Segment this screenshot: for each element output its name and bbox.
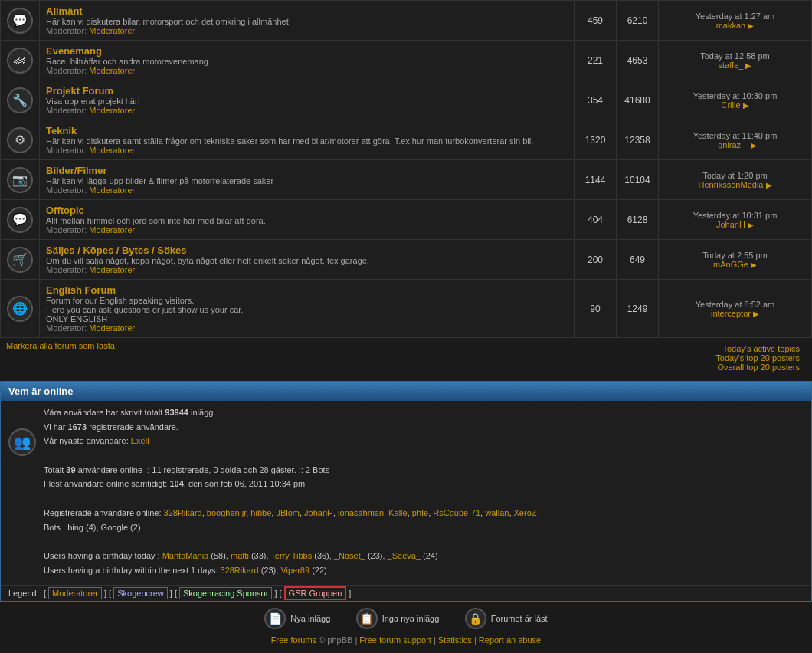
forum-mod: Moderator: Moderatorer (46, 265, 568, 274)
lastpost-cell: Yesterday at 10:30 pm Crille ▶ (659, 80, 812, 120)
legend-bar: Legend : [ Moderatorer ] [ Skogencrew ] … (1, 585, 811, 601)
bday-user-link[interactable]: matti (231, 551, 249, 560)
forum-icon-cell: 🔧 (1, 80, 40, 120)
forum-icon-cell: 📷 (1, 160, 40, 200)
locked-label: Forumet är låst (491, 614, 548, 623)
free-support-link[interactable]: Free forum support (359, 635, 431, 645)
stats-links: Today's active topics Today's top 20 pos… (709, 341, 806, 375)
report-link[interactable]: Report an abuse (479, 635, 541, 645)
no-new-posts-group: 📋 Inga nya inlägg (356, 608, 440, 629)
moderator-link[interactable]: Moderatorer (89, 265, 135, 274)
forum-mod: Moderator: Moderatorer (46, 323, 568, 333)
lastpost-cell: Yesterday at 1:27 am makkan ▶ (659, 1, 812, 41)
moderator-link[interactable]: Moderatorer (89, 146, 135, 155)
moderator-link[interactable]: Moderatorer (89, 26, 135, 35)
lastpost-user-link[interactable]: mAnGGe (713, 260, 748, 269)
forum-info-cell: Allmänt Här kan vi diskutera bilar, moto… (40, 1, 575, 41)
footer-icons: 📄 Nya inlägg 📋 Inga nya inlägg 🔒 Forumet… (0, 602, 812, 632)
lastpost-user-link[interactable]: staffe_ (719, 61, 744, 70)
lastpost-user-link[interactable]: HenrikssonMedia (698, 180, 763, 189)
user-link[interactable]: jonasahman (338, 508, 384, 517)
user-link[interactable]: JBlom (276, 508, 300, 517)
forum-name: Allmänt (46, 5, 568, 17)
forum-link[interactable]: Offtopic (46, 205, 84, 216)
legend-label: Legend : (8, 589, 41, 598)
user-link[interactable]: XeroZ (514, 508, 537, 517)
lastpost-cell: Yesterday at 8:52 am interceptor ▶ (659, 280, 812, 338)
forum-name: Teknik (46, 125, 568, 136)
forum-link[interactable]: English Forum (46, 284, 116, 296)
forum-icon-cell: 🏎 (1, 41, 40, 80)
bday-user-link[interactable]: _Seeva_ (388, 551, 421, 560)
posts-count: 404 (575, 200, 617, 240)
statistics-link[interactable]: Statistics (438, 635, 472, 645)
user-link[interactable]: hibbe (250, 508, 271, 517)
forum-info-cell: Projekt Forum Visa upp erat projekt här!… (40, 80, 575, 120)
lastpost-cell: Today at 2:55 pm mAnGGe ▶ (659, 240, 812, 280)
bday-next-user-link[interactable]: Viper89 (280, 566, 309, 575)
legend-skogencrew: Skogencrew (113, 587, 168, 599)
forum-icon: 💬 (7, 207, 33, 233)
forum-row: 🛒 Säljes / Köpes / Bytes / Sökes Om du v… (1, 240, 812, 280)
user-link[interactable]: JohanH (304, 508, 333, 517)
user-link[interactable]: 328Rikard (164, 508, 202, 517)
forum-link[interactable]: Projekt Forum (46, 85, 113, 97)
forum-row: 🌐 English Forum Forum for our English sp… (1, 280, 812, 338)
user-link[interactable]: RsCoupe-71 (433, 508, 480, 517)
forum-row: ⚙ Teknik Här kan vi diskutera samt ställ… (1, 120, 812, 160)
forum-mod: Moderator: Moderatorer (46, 225, 568, 235)
moderator-link[interactable]: Moderatorer (89, 106, 135, 115)
online-icon: 👥 (8, 428, 36, 456)
topics-count: 6128 (617, 200, 659, 240)
forum-desc: Allt mellan himmel och jord som inte har… (46, 216, 568, 225)
user-link[interactable]: phIe (412, 508, 428, 517)
bday-user-link[interactable]: _Naset_ (334, 551, 365, 560)
lastpost-user-link[interactable]: Crille (721, 100, 740, 110)
lastpost-user-link[interactable]: makkan (716, 21, 746, 30)
lastpost-arrow: ▶ (748, 221, 754, 229)
forum-link[interactable]: Säljes / Köpes / Bytes / Sökes (46, 244, 187, 256)
lastpost-user-link[interactable]: interceptor (711, 309, 751, 318)
top20-posters-link[interactable]: Today's top 20 posters (715, 353, 800, 363)
new-posts-label: Nya inlägg (290, 614, 330, 623)
forum-row: 💬 Allmänt Här kan vi diskutera bilar, mo… (1, 1, 812, 41)
bday-user-link[interactable]: MantaMania (162, 551, 209, 560)
user-link[interactable]: Kalle (388, 508, 407, 517)
posts-count: 1144 (575, 160, 617, 200)
moderator-link[interactable]: Moderatorer (89, 185, 135, 195)
user-link[interactable]: wallan (485, 508, 509, 517)
lastpost-user-link[interactable]: JohanH (716, 220, 745, 229)
bday-user-link[interactable]: Terry Tibbs (270, 551, 312, 560)
forum-info-cell: Offtopic Allt mellan himmel och jord som… (40, 200, 575, 240)
forum-row: 📷 Bilder/Filmer Här kan vi lägga upp bil… (1, 160, 812, 200)
moderator-link[interactable]: Moderatorer (89, 225, 135, 235)
newest-user-link[interactable]: Exell (131, 436, 149, 445)
forum-link[interactable]: Allmänt (46, 5, 83, 17)
active-topics-link[interactable]: Today's active topics (715, 344, 800, 353)
free-forums-link[interactable]: Free forums (271, 635, 316, 645)
bday-next-user-link[interactable]: 328Rikard (221, 566, 259, 575)
forum-desc: Om du vill sälja något, köpa något, byta… (46, 256, 568, 265)
overall-top20-link[interactable]: Overall top 20 posters (715, 363, 800, 372)
lastpost-arrow: ▶ (748, 21, 754, 30)
lastpost-arrow: ▶ (743, 101, 749, 110)
lastpost-cell: Today at 1:20 pm HenrikssonMedia ▶ (659, 160, 812, 200)
birthday-today-line: Users having a birthday today : MantaMan… (44, 549, 804, 563)
lastpost-user-link[interactable]: _gniraz-_ (713, 140, 748, 149)
forum-icon-cell: 💬 (1, 200, 40, 240)
no-new-posts-icon: 📋 (356, 608, 378, 629)
forum-name: English Forum (46, 284, 568, 296)
forum-link[interactable]: Evenemang (46, 45, 102, 57)
markera-link[interactable]: Markera alla forum som lästa (6, 341, 115, 350)
forum-name: Projekt Forum (46, 85, 568, 97)
moderator-link[interactable]: Moderatorer (89, 323, 135, 333)
topics-count: 6210 (617, 1, 659, 41)
forum-icon-cell: 🛒 (1, 240, 40, 280)
lastpost-cell: Today at 12:58 pm staffe_ ▶ (659, 41, 812, 80)
forum-link[interactable]: Bilder/Filmer (46, 165, 106, 176)
forum-link[interactable]: Teknik (46, 125, 77, 136)
moderator-link[interactable]: Moderatorer (89, 66, 135, 75)
user-link[interactable]: booghen jr (207, 508, 246, 517)
locked-group: 🔒 Forumet är låst (465, 608, 548, 629)
posts-count: 354 (575, 80, 617, 120)
